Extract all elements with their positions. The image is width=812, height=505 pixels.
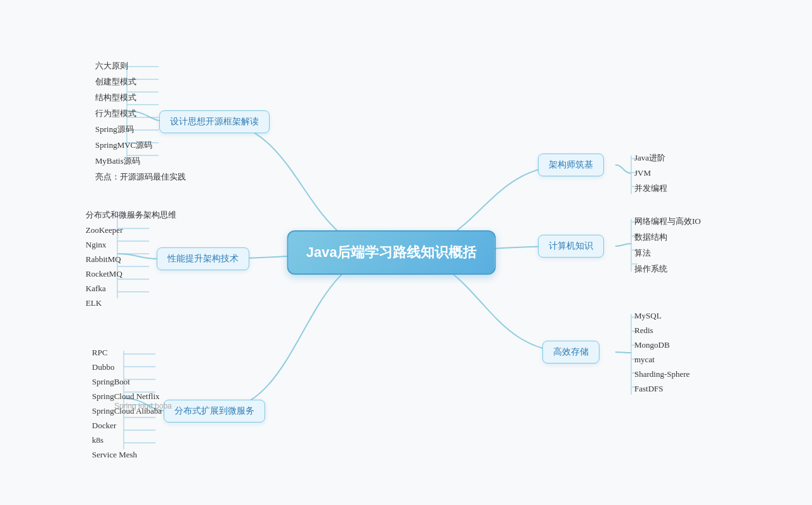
- branch-node-storage: 高效存储: [542, 341, 599, 364]
- leaf-storage-4: Sharding-Sphere: [634, 369, 690, 379]
- leaf-performance-1: ZooKeeper: [86, 225, 176, 235]
- leaf-group-performance: 分布式和微服务架构思维ZooKeeperNginxRabbitMQRocketM…: [86, 209, 176, 308]
- leaf-design-3: 行为型模式: [95, 108, 186, 119]
- branch-node-architecture: 架构师筑基: [538, 154, 604, 176]
- central-node: Java后端学习路线知识概括: [287, 230, 496, 275]
- branch-label-computer: 计算机知识: [538, 235, 604, 258]
- leaf-architecture-0: Java进阶: [634, 152, 667, 164]
- leaf-architecture-1: JVM: [634, 168, 667, 178]
- mindmap-canvas: Java后端学习路线知识概括 设计思想开源框架解读六大原则创建型模式结构型模式行…: [0, 0, 812, 505]
- central-label: Java后端学习路线知识概括: [287, 230, 496, 275]
- leaf-design-0: 六大原则: [95, 60, 186, 72]
- leaf-group-computer: 网络编程与高效IO数据结构算法操作系统: [634, 216, 701, 275]
- leaf-performance-6: ELK: [86, 298, 176, 308]
- leaf-group-storage: MySQLRedisMongoDBmycatSharding-SphereFas…: [634, 311, 690, 394]
- leaf-distributed-5: Docker: [92, 421, 162, 431]
- watermark: Spring loud boba: [114, 402, 172, 410]
- leaf-distributed-7: Service Mesh: [92, 450, 162, 460]
- leaf-design-4: Spring源码: [95, 124, 186, 135]
- leaf-distributed-6: k8s: [92, 435, 162, 445]
- leaf-group-architecture: Java进阶JVM并发编程: [634, 152, 667, 194]
- leaf-computer-1: 数据结构: [634, 232, 701, 243]
- leaf-distributed-1: Dubbo: [92, 362, 162, 372]
- branch-node-computer: 计算机知识: [538, 235, 604, 258]
- leaf-performance-2: Nginx: [86, 240, 176, 250]
- branch-node-distributed: 分布式扩展到微服务: [164, 400, 265, 423]
- leaf-storage-1: Redis: [634, 325, 690, 336]
- leaf-distributed-2: SpringBoot: [92, 377, 162, 387]
- branch-label-distributed: 分布式扩展到微服务: [164, 400, 265, 423]
- leaf-storage-3: mycat: [634, 355, 690, 365]
- leaf-design-1: 创建型模式: [95, 76, 186, 88]
- leaf-performance-5: Kafka: [86, 284, 176, 294]
- leaf-computer-0: 网络编程与高效IO: [634, 216, 701, 227]
- leaf-performance-0: 分布式和微服务架构思维: [86, 209, 176, 221]
- branch-label-storage: 高效存储: [542, 341, 599, 364]
- branch-label-architecture: 架构师筑基: [538, 154, 604, 176]
- leaf-performance-3: RabbitMQ: [86, 254, 176, 265]
- leaf-design-6: MyBatis源码: [95, 155, 186, 167]
- leaf-computer-2: 算法: [634, 247, 701, 259]
- leaf-computer-3: 操作系统: [634, 263, 701, 275]
- leaf-architecture-2: 并发编程: [634, 183, 667, 194]
- leaf-performance-4: RocketMQ: [86, 269, 176, 279]
- leaf-storage-2: MongoDB: [634, 340, 690, 350]
- leaf-design-7: 亮点：开源源码最佳实践: [95, 171, 186, 183]
- leaf-design-2: 结构型模式: [95, 92, 186, 103]
- leaf-storage-0: MySQL: [634, 311, 690, 321]
- leaf-group-design: 六大原则创建型模式结构型模式行为型模式Spring源码SpringMVC源码My…: [95, 60, 186, 183]
- leaf-distributed-3: SpringCloud Netflix: [92, 391, 162, 402]
- leaf-distributed-0: RPC: [92, 348, 162, 358]
- leaf-storage-5: FastDFS: [634, 384, 690, 394]
- leaf-design-5: SpringMVC源码: [95, 140, 186, 151]
